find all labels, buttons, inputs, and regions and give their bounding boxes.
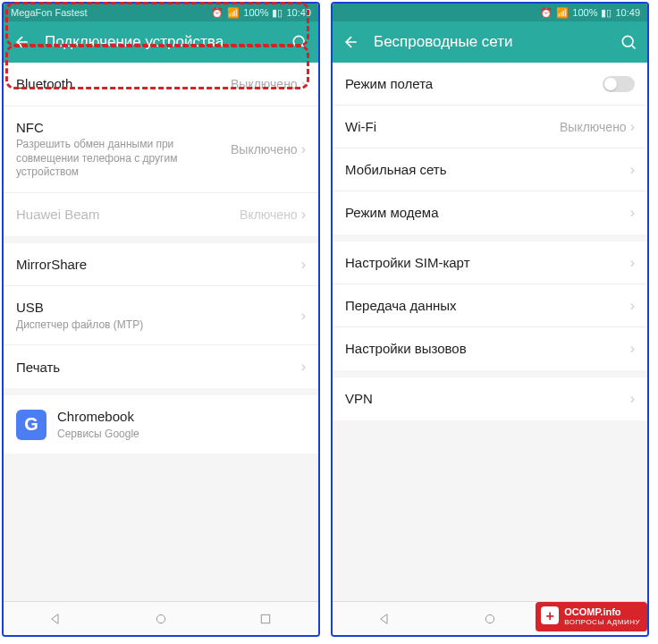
item-value: Выключено [560, 120, 627, 134]
nav-home-icon[interactable] [481, 610, 499, 628]
item-vpn[interactable]: VPN › [333, 377, 647, 420]
phone-right: ⏰ 📶 100% ▮▯ 10:49 Беспроводные сети Режи… [331, 2, 649, 637]
chevron-right-icon: › [630, 256, 635, 270]
item-label: Передача данных [345, 297, 630, 315]
item-sub: Сервисы Google [57, 428, 306, 442]
header: Беспроводные сети [333, 21, 647, 63]
item-label: Мобильная сеть [345, 161, 630, 179]
content: Режим полета Wi-Fi Выключено › Мобильная… [333, 63, 647, 601]
item-label: Huawei Beam [16, 206, 240, 224]
item-modem[interactable]: Режим модема › [333, 191, 647, 234]
svg-rect-2 [262, 614, 270, 623]
battery-label: 100% [572, 7, 597, 18]
chevron-right-icon: › [630, 163, 635, 177]
chromebook-icon: G [16, 410, 46, 440]
watermark: OCOMP.info ВОПРОСЫ АДМИНУ [536, 602, 647, 631]
header: Подключение устройства [4, 21, 318, 63]
item-label: Chromebook [57, 408, 306, 426]
page-title: Беспроводные сети [374, 33, 606, 51]
chevron-right-icon: › [630, 342, 635, 356]
toggle-off[interactable] [603, 76, 635, 92]
alarm-icon: ⏰ [540, 7, 553, 19]
content: Bluetooth Выключено › NFC Разрешить обме… [4, 63, 318, 601]
back-icon[interactable] [13, 32, 32, 52]
item-mirrorshare[interactable]: MirrorShare › [4, 243, 318, 287]
phone-left: MegaFon Fastest ⏰ 📶 100% ▮▯ 10:49 Подклю… [2, 2, 320, 637]
status-bar: ⏰ 📶 100% ▮▯ 10:49 [333, 4, 647, 21]
item-value: Выключено [231, 77, 298, 91]
item-value: Включено [240, 208, 298, 222]
item-airplane[interactable]: Режим полета [333, 63, 647, 106]
item-sub: Разрешить обмен данными при совмещении т… [16, 138, 231, 180]
item-label: Настройки SIM-карт [345, 254, 630, 272]
chevron-right-icon: › [301, 208, 306, 222]
item-print[interactable]: Печать › [4, 345, 318, 388]
battery-icon: ▮▯ [272, 7, 283, 19]
chevron-right-icon: › [301, 309, 306, 323]
item-label: USB [16, 299, 301, 317]
item-value: Выключено [231, 142, 298, 157]
back-icon[interactable] [342, 32, 361, 52]
chevron-right-icon: › [630, 120, 635, 134]
item-label: Wi-Fi [345, 118, 560, 136]
time-label: 10:49 [615, 7, 640, 18]
nav-back-icon[interactable] [47, 610, 65, 628]
svg-point-4 [485, 614, 494, 623]
item-sim[interactable]: Настройки SIM-карт › [333, 242, 647, 284]
search-icon[interactable] [619, 32, 638, 52]
chevron-right-icon: › [301, 77, 306, 91]
item-calls[interactable]: Настройки вызовов › [333, 327, 647, 370]
watermark-sub: ВОПРОСЫ АДМИНУ [564, 618, 640, 627]
chevron-right-icon: › [630, 392, 635, 406]
battery-icon: ▮▯ [601, 7, 612, 19]
item-chromebook[interactable]: G Chromebook Сервисы Google [4, 395, 318, 453]
item-huawei-beam: Huawei Beam Включено › [4, 193, 318, 236]
carrier-label: MegaFon Fastest [11, 7, 88, 18]
item-data[interactable]: Передача данных › [333, 284, 647, 327]
item-label: VPN [345, 390, 630, 408]
item-label: Настройки вызовов [345, 340, 630, 358]
time-label: 10:49 [286, 7, 311, 18]
item-label: Режим полета [345, 75, 603, 93]
item-bluetooth[interactable]: Bluetooth Выключено › [4, 63, 318, 106]
item-sub: Диспетчер файлов (MTP) [16, 318, 301, 333]
chevron-right-icon: › [630, 299, 635, 313]
alarm-icon: ⏰ [211, 7, 224, 19]
chevron-right-icon: › [301, 258, 306, 272]
svg-point-3 [622, 36, 633, 47]
item-wifi[interactable]: Wi-Fi Выключено › [333, 106, 647, 148]
signal-icon: 📶 [556, 7, 569, 19]
nav-recent-icon[interactable] [257, 610, 274, 628]
item-label: MirrorShare [16, 256, 301, 274]
nav-bar [4, 601, 318, 635]
item-nfc[interactable]: NFC Разрешить обмен данными при совмещен… [4, 106, 318, 193]
chevron-right-icon: › [301, 142, 306, 157]
item-label: Режим модема [345, 204, 630, 222]
chevron-right-icon: › [301, 360, 306, 374]
item-usb[interactable]: USB Диспетчер файлов (MTP) › [4, 286, 318, 345]
battery-label: 100% [243, 7, 268, 18]
item-label: Bluetooth [16, 75, 231, 93]
status-bar: MegaFon Fastest ⏰ 📶 100% ▮▯ 10:49 [4, 4, 318, 21]
search-icon[interactable] [290, 32, 309, 52]
signal-icon: 📶 [227, 7, 240, 19]
watermark-main: OCOMP.info [564, 606, 640, 618]
item-label: NFC [16, 119, 231, 137]
item-label: Печать [16, 359, 301, 377]
svg-point-1 [156, 614, 164, 623]
nav-home-icon[interactable] [152, 610, 170, 628]
svg-point-0 [293, 36, 304, 47]
page-title: Подключение устройства [45, 33, 277, 51]
item-mobile[interactable]: Мобильная сеть › [333, 148, 647, 191]
nav-back-icon[interactable] [376, 610, 394, 628]
chevron-right-icon: › [630, 206, 635, 220]
